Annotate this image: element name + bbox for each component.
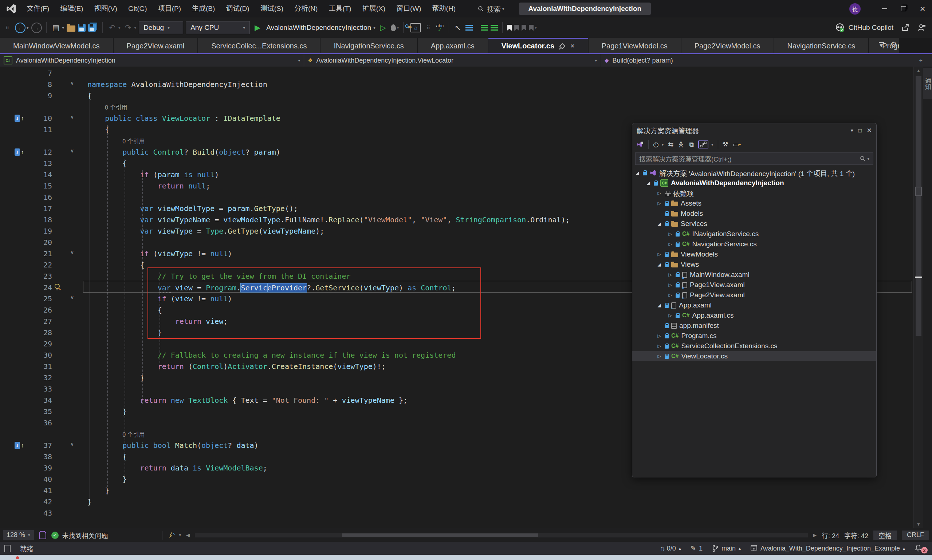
close-tab-icon[interactable]: × (570, 42, 575, 50)
format-document-button[interactable] (491, 25, 498, 31)
tree-item-program-cs[interactable]: ▷C#Program.cs (632, 331, 876, 341)
tree-item-viewmodels[interactable]: ▷ViewModels (632, 249, 876, 260)
expand-icon[interactable]: ▷ (667, 292, 673, 298)
expand-icon[interactable]: ▷ (667, 242, 673, 247)
collapsed-tool-window-tab[interactable]: 通知 (923, 68, 932, 99)
inheritance-indicator-icon[interactable]: I↑ (15, 442, 24, 449)
inheritance-indicator-icon[interactable]: I↑ (15, 115, 24, 122)
preview-selected-items-icon[interactable]: ▭✦ (733, 140, 742, 148)
expand-icon[interactable]: ▷ (656, 354, 662, 359)
menu-4[interactable]: 项目(P) (153, 0, 187, 17)
fold-chevron-icon[interactable]: ∨ (70, 80, 74, 86)
branch-selector[interactable]: main ▴ (712, 545, 741, 552)
code-line[interactable]: 43 (0, 507, 913, 518)
tree-item-services[interactable]: ◢Services (632, 219, 876, 229)
navigate-forward-button[interactable]: → (31, 23, 42, 33)
menu-7[interactable]: 测试(S) (255, 0, 289, 17)
unpushed-edits-button[interactable]: ✎ 1 (691, 545, 702, 552)
restore-button[interactable] (894, 0, 913, 17)
next-bookmark-button[interactable] (522, 25, 526, 31)
open-file-button[interactable] (66, 25, 76, 32)
sync-with-active-document-button[interactable] (698, 140, 708, 148)
tree-item-assets[interactable]: ▷Assets (632, 198, 876, 209)
collapse-all-icon[interactable]: ≪ (677, 141, 685, 148)
wrench-icon[interactable]: ⚒ (722, 140, 728, 148)
scrollbar-thumb[interactable] (916, 76, 921, 336)
tree-item-app-axaml[interactable]: ◢App.axaml (632, 300, 876, 311)
fold-chevron-icon[interactable]: ∨ (70, 441, 74, 447)
undo-dropdown[interactable]: ▾ (118, 25, 120, 30)
previous-bookmark-button[interactable] (514, 25, 519, 31)
tree-item-page2view-axaml[interactable]: ▷Page2View.axaml (632, 290, 876, 300)
tab-options-gear-icon[interactable]: ⚙ (890, 40, 897, 49)
zoom-level-select[interactable]: 128 % ▾ (3, 530, 34, 540)
breadcrumb-type[interactable]: ❖ AvaloniaWithDependencyInjection.ViewLo… (304, 54, 601, 66)
tab-mainwindowviewmodel-cs[interactable]: MainWindowViewModel.cs (0, 38, 113, 53)
spell-check-button[interactable]: abc✓ (436, 24, 444, 32)
expand-icon[interactable]: ▷ (667, 231, 673, 237)
hscroll-left-icon[interactable]: ◀ (186, 532, 190, 538)
menu-12[interactable]: 帮助(H) (427, 0, 461, 17)
github-copilot-button[interactable]: GitHub Copilot (835, 23, 893, 32)
tab-page2view-axaml[interactable]: Page2View.axaml (114, 38, 198, 53)
menu-git[interactable]: Git(G) (123, 0, 153, 17)
solution-configuration-select[interactable]: Debug ▾ (139, 21, 183, 34)
hscroll-right-icon[interactable]: ▶ (813, 532, 816, 538)
menu-0[interactable]: 文件(F) (21, 0, 55, 17)
expand-icon[interactable]: ▷ (656, 343, 662, 349)
redo-dropdown[interactable]: ▾ (134, 25, 137, 30)
save-button[interactable] (78, 24, 86, 32)
tree-item-models[interactable]: Models (632, 209, 876, 219)
editor-vertical-scrollbar[interactable]: ▲ ▼ (913, 66, 923, 528)
tab-navigationservice-cs[interactable]: NavigationService.cs (774, 38, 869, 53)
codelens-row[interactable]: 0 个引用 (0, 101, 913, 112)
start-debugging-button[interactable]: ▶ AvaloniaWithDependencyInjection ▾ (252, 23, 375, 32)
sync-commits-button[interactable]: ↑↓ 0/0 ▴ (660, 545, 681, 552)
breadcrumb-member[interactable]: ◆ Build(object? param) ✛ (601, 54, 932, 66)
pending-changes-filter-icon[interactable]: ◷ (653, 140, 659, 148)
codelens-references[interactable]: 0 个引用 (87, 137, 145, 145)
tree-item-viewlocator-cs[interactable]: ▷C#ViewLocator.cs (632, 351, 876, 362)
code-line[interactable]: 9{ (0, 90, 913, 101)
collapse-icon[interactable]: ◢ (656, 303, 662, 308)
tab-servicecollec-extensions-cs[interactable]: ServiceCollec...Extensions.cs (198, 38, 320, 53)
cleanup-dropdown-icon[interactable]: ▾ (179, 533, 181, 537)
expand-icon[interactable]: ▷ (667, 272, 673, 277)
tree-item-mainwindow-axaml[interactable]: ▷MainWindow.axaml (632, 270, 876, 280)
navigate-back-button[interactable]: ← (15, 23, 26, 33)
indent-lines-button[interactable] (481, 25, 488, 31)
tree-item-page1view-axaml[interactable]: ▷Page1View.axaml (632, 280, 876, 290)
hscroll-thumb[interactable] (342, 534, 538, 537)
breadcrumb-project[interactable]: C# AvaloniaWithDependencyInjection ▾ (0, 54, 304, 66)
tab-page2viewmodel-cs[interactable]: Page2ViewModel.cs (681, 38, 773, 53)
repository-selector[interactable]: Avalonia_With_Dependency_Injection_Examp… (750, 545, 905, 552)
split-editor-icon[interactable]: ✛ (919, 58, 923, 63)
active-files-dropdown[interactable]: ▼ (878, 42, 884, 46)
editor-horizontal-scrollbar[interactable] (195, 533, 808, 537)
toggle-whitespace-button[interactable] (466, 25, 473, 31)
code-cleanup-broom-icon[interactable] (168, 531, 176, 539)
fold-chevron-icon[interactable]: ∨ (70, 294, 74, 300)
tree-item-views[interactable]: ◢Views (632, 260, 876, 270)
solution-search-input[interactable]: 搜索解决方案资源管理器(Ctrl+;) ▾ (635, 152, 873, 165)
tree-item-avaloniawithdependencyinjection[interactable]: ◢C#AvaloniaWithDependencyInjection (632, 178, 876, 188)
tree-item-servicecollectionextensions-cs[interactable]: ▷C#ServiceCollectionExtensions.cs (632, 341, 876, 351)
share-icon[interactable] (901, 23, 910, 32)
tree-item-app-manifest[interactable]: app.manifest (632, 321, 876, 331)
live-preview-button[interactable]: ⌂ (410, 23, 421, 32)
clear-bookmarks-button[interactable] (529, 25, 534, 31)
live-share-icon[interactable] (39, 531, 46, 539)
collapse-icon[interactable]: ◢ (656, 262, 662, 267)
fold-chevron-icon[interactable]: ∨ (70, 249, 74, 255)
panel-dropdown-icon[interactable]: ▾ (851, 127, 853, 133)
tab-app-axaml-cs[interactable]: App.axaml.cs (418, 38, 488, 53)
notifications-button[interactable]: 2 (915, 543, 927, 554)
document-health-indicator[interactable]: ✓ 未找到相关问题 (51, 531, 108, 540)
code-line[interactable]: 8∨namespace AvaloniaWithDependencyInject… (0, 78, 913, 90)
menu-10[interactable]: 扩展(X) (357, 0, 391, 17)
fold-chevron-icon[interactable]: ∨ (70, 148, 74, 154)
title-search[interactable]: 搜索 ▾ (478, 4, 505, 14)
hot-reload-button[interactable] (391, 25, 396, 31)
sync-namespaces-icon[interactable]: ⇆ (668, 140, 673, 148)
menu-9[interactable]: 工具(T) (323, 0, 356, 17)
